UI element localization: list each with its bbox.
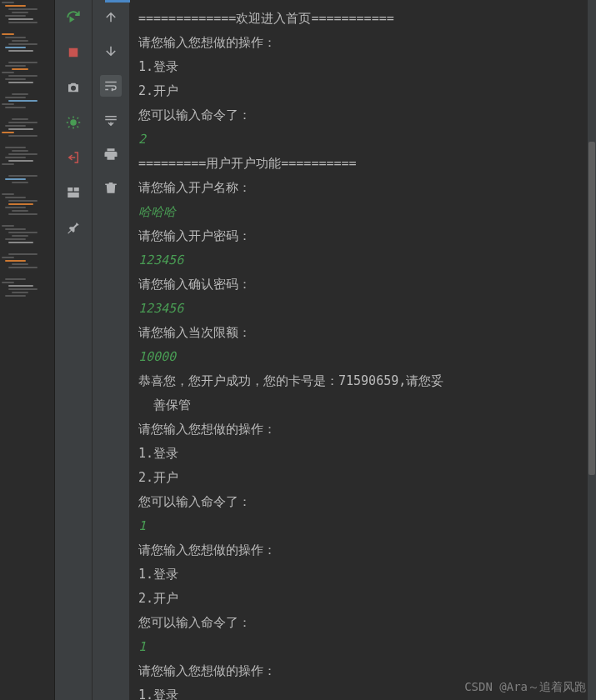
trash-icon[interactable] [102,178,120,197]
svg-rect-3 [68,188,73,192]
rerun-icon[interactable] [64,8,83,27]
console-output-line: 请您输入您想做的操作： [138,538,588,562]
console-output-line: 您可以输入命令了： [138,103,588,128]
console-output-line: 1.登录 [138,442,588,466]
console-output-line: 您可以输入命令了： [138,611,588,635]
scroll-to-end-icon[interactable] [102,112,120,130]
debug-icon[interactable] [64,113,83,132]
console-output-line: 您可以输入命令了： [138,490,588,514]
console-input-line: 2 [138,128,588,152]
console-output-line: 请您输入您想做的操作： [138,31,588,55]
pin-icon[interactable] [64,218,83,237]
console-output-line: 2.开户 [138,466,588,490]
svg-rect-0 [69,48,78,58]
console-output-line: 2.开户 [138,587,588,611]
svg-point-2 [70,119,77,126]
console-output-line: 请您输入当次限额： [138,321,588,345]
console-output-line: 善保管 [138,393,588,418]
soft-wrap-icon[interactable] [100,75,122,97]
console-output-line: =============欢迎进入首页=========== [138,7,588,31]
console-output-line: 1.登录 [138,562,588,587]
console-input-line: 1 [138,635,588,659]
print-icon[interactable] [102,145,120,163]
console-output-line: 恭喜您，您开户成功，您的卡号是：71590659,请您妥 [138,369,588,393]
run-toolbar [55,0,93,700]
console-output-line: 请您输入开户密码： [138,224,588,248]
exit-icon[interactable] [64,148,83,167]
console-output-line: 请您输入确认密码： [138,272,588,297]
svg-rect-4 [74,188,79,192]
console-output-line: 1.登录 [138,55,588,79]
watermark: CSDN @Ara～追着风跑 [464,680,586,695]
layout-icon[interactable] [64,183,83,202]
camera-icon[interactable] [64,78,83,97]
arrow-down-icon[interactable] [102,42,120,60]
console-output-line: =========用户开户功能========== [138,152,588,176]
console-output-line: 请您输入开户名称： [138,176,588,200]
code-minimap[interactable] [0,0,55,700]
scrollbar-track[interactable] [588,0,596,700]
console-input-line: 10000 [138,345,588,369]
console-input-line: 123456 [138,297,588,321]
console-output[interactable]: =============欢迎进入首页===========请您输入您想做的操作… [130,0,596,700]
svg-rect-5 [68,192,79,198]
console-output-line: 2.开户 [138,79,588,103]
stop-icon[interactable] [64,43,83,62]
console-output-line: 请您输入您想做的操作： [138,418,588,442]
arrow-up-icon[interactable] [102,8,120,27]
svg-point-1 [73,87,75,89]
console-toolbar [93,0,130,700]
scrollbar-thumb[interactable] [588,142,595,475]
minimap-content [0,0,54,300]
console-input-line: 哈哈哈 [138,200,588,224]
console-input-line: 123456 [138,248,588,272]
console-input-line: 1 [138,514,588,538]
